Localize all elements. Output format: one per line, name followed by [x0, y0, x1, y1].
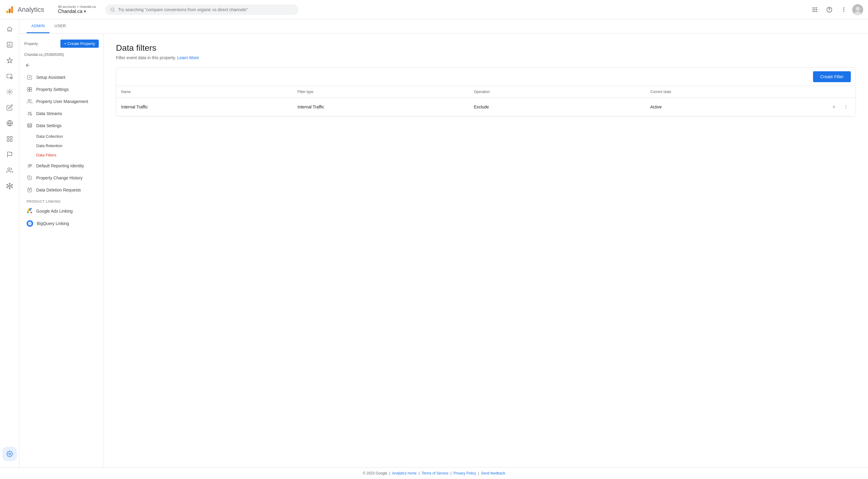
svg-point-17: [843, 11, 844, 12]
svg-rect-11: [814, 11, 815, 12]
svg-rect-7: [813, 9, 814, 10]
nav-label-data-deletion-requests: Data Deletion Requests: [36, 188, 81, 192]
chevron-down-icon: ▾: [84, 8, 86, 14]
page-subtitle: Filter event data in this property. Lear…: [116, 55, 856, 60]
more-button[interactable]: [838, 4, 850, 16]
nav-item-property-user-management[interactable]: Property User Management: [19, 95, 103, 107]
svg-point-14: [829, 10, 830, 11]
header-actions: [809, 4, 863, 16]
nav-label-bigquery-linking: BigQuery Linking: [37, 221, 69, 226]
breadcrumb: All accounts > chandal.ca: [58, 5, 100, 8]
data-deletion-icon: [27, 187, 33, 193]
nav-label-default-reporting-identity: Default Reporting Identity: [36, 163, 84, 168]
svg-point-36: [7, 187, 8, 188]
nav-item-google-ads-linking[interactable]: Google Ads Linking: [19, 205, 103, 217]
nav-item-data-deletion-requests[interactable]: Data Deletion Requests: [19, 184, 103, 196]
svg-rect-6: [816, 7, 817, 8]
nav-panel: Property + Create Property Chandal.ca (2…: [19, 34, 104, 467]
search-bar[interactable]: [105, 4, 299, 15]
sidebar-item-library[interactable]: [2, 132, 17, 146]
svg-point-37: [7, 184, 8, 186]
learn-more-link[interactable]: Learn More: [177, 55, 199, 60]
setup-assistant-icon: [27, 74, 33, 80]
svg-point-35: [9, 188, 10, 189]
admin-gear-icon: [6, 451, 13, 457]
nav-item-property-change-history[interactable]: Property Change History: [19, 172, 103, 184]
sidebar-item-configure[interactable]: [2, 85, 17, 99]
svg-rect-26: [10, 136, 12, 138]
svg-point-19: [856, 7, 860, 11]
create-filter-button[interactable]: Create Filter: [813, 71, 851, 82]
nav-item-default-reporting-identity[interactable]: Default Reporting Identity: [19, 160, 103, 172]
default-reporting-identity-icon: [27, 163, 33, 169]
sidebar-item-reports[interactable]: [2, 37, 17, 52]
sidebar-item-pencil[interactable]: [2, 100, 17, 115]
svg-rect-4: [813, 7, 814, 8]
help-button[interactable]: [823, 4, 835, 16]
admin-content: ADMIN USER Property + Create Property Ch…: [19, 19, 868, 467]
svg-rect-8: [814, 9, 815, 10]
library-icon: [6, 136, 13, 142]
svg-rect-40: [30, 87, 32, 89]
sidebar-item-admin[interactable]: [2, 447, 17, 461]
sidebar-item-flags[interactable]: [2, 148, 17, 162]
svg-rect-12: [816, 11, 817, 12]
sidebar-bottom: [2, 447, 17, 465]
svg-rect-41: [28, 90, 29, 92]
svg-point-43: [28, 99, 30, 101]
footer-link-feedback[interactable]: Send feedback: [481, 471, 505, 475]
nav-item-property-settings[interactable]: Property Settings: [19, 83, 103, 95]
sidebar-item-advertising[interactable]: [2, 69, 17, 83]
row-edit-button[interactable]: [829, 102, 839, 112]
create-property-button[interactable]: + Create Property: [60, 39, 99, 48]
sidebar-item-globe[interactable]: [2, 116, 17, 130]
svg-point-34: [11, 187, 12, 188]
footer-link-analytics-home[interactable]: Analytics home: [392, 471, 416, 475]
cell-name: Internal Traffic: [121, 104, 298, 109]
svg-point-16: [843, 9, 844, 10]
product-linking-label: PRODUCT LINKING: [19, 196, 103, 205]
search-input[interactable]: [118, 7, 293, 12]
footer-link-privacy[interactable]: Privacy Policy: [453, 471, 476, 475]
svg-point-51: [846, 106, 846, 107]
svg-rect-25: [7, 136, 9, 138]
svg-point-30: [7, 168, 10, 170]
nav-sub-item-data-retention[interactable]: Data Retention: [19, 141, 103, 151]
back-button[interactable]: [23, 60, 33, 70]
left-sidebar: [0, 19, 19, 467]
nav-item-setup-assistant[interactable]: Setup Assistant: [19, 71, 103, 83]
footer-link-terms[interactable]: Terms of Service: [422, 471, 448, 475]
property-name[interactable]: Chandal.ca ▾: [58, 8, 100, 14]
svg-point-38: [9, 453, 10, 455]
sidebar-item-people[interactable]: [2, 163, 17, 178]
nav-label-setup-assistant: Setup Assistant: [36, 75, 65, 80]
app-title: Analytics: [18, 6, 44, 13]
sidebar-item-explore[interactable]: [2, 53, 17, 68]
account-selector[interactable]: All accounts > chandal.ca Chandal.ca ▾: [58, 5, 100, 14]
sidebar-item-hub[interactable]: [2, 179, 17, 193]
logo-area: Analytics: [5, 5, 53, 14]
nav-sub-item-data-filters[interactable]: Data Filters: [19, 151, 103, 160]
nav-label-property-settings: Property Settings: [36, 87, 68, 92]
advertising-icon: [6, 73, 13, 79]
nav-item-bigquery-linking[interactable]: BigQuery Linking: [19, 217, 103, 230]
row-more-button[interactable]: [841, 102, 851, 112]
nav-item-data-streams[interactable]: Data Streams: [19, 107, 103, 120]
grid-menu-button[interactable]: [809, 4, 821, 16]
col-header-current-state: Current state: [650, 90, 827, 94]
avatar[interactable]: [852, 4, 863, 15]
cell-operation: Exclude: [474, 104, 650, 109]
avatar-image: [852, 4, 863, 15]
svg-rect-9: [816, 9, 817, 10]
property-name-row: Chandal.ca (253685305): [19, 51, 103, 59]
content-split: Property + Create Property Chandal.ca (2…: [19, 34, 868, 467]
nav-sub-item-data-collection[interactable]: Data Collection: [19, 132, 103, 141]
tab-admin[interactable]: ADMIN: [27, 19, 50, 33]
top-header: Analytics All accounts > chandal.ca Chan…: [0, 0, 868, 19]
nav-item-data-settings[interactable]: Data Settings: [19, 120, 103, 132]
bigquery-icon: [27, 220, 33, 227]
tab-user[interactable]: USER: [50, 19, 71, 33]
sidebar-item-home[interactable]: [2, 22, 17, 36]
property-settings-icon: [27, 86, 33, 92]
more-vert-icon: [841, 7, 847, 13]
